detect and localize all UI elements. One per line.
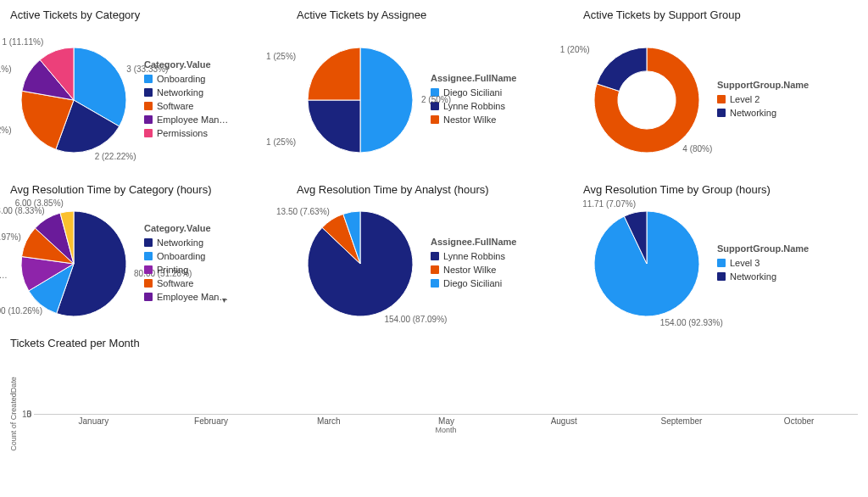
- pie-svg: [10, 36, 137, 164]
- legend-title: SupportGroup.Name: [717, 80, 809, 90]
- legend-label: Nestor Wilke: [443, 264, 496, 276]
- legend: Assignee.FullNameDiego SicilianiLynne Ro…: [431, 73, 516, 127]
- legend-swatch: [717, 272, 726, 281]
- legend: SupportGroup.NameLevel 2Networking: [717, 80, 809, 120]
- chart-body: 80.00 (51.28%)16.00 (10.26%)16.00 (10…14…: [10, 199, 285, 328]
- pie-svg: [297, 200, 424, 327]
- legend-item[interactable]: Diego Siciliani: [431, 277, 516, 289]
- legend-title: Assignee.FullName: [431, 237, 516, 247]
- pie-slice[interactable]: [360, 47, 413, 153]
- pie-slice[interactable]: [308, 100, 360, 153]
- pie-svg: [10, 200, 137, 327]
- legend-swatch: [144, 129, 153, 137]
- legend-label: Onboarding: [157, 250, 206, 262]
- legend-swatch: [431, 115, 439, 124]
- legend-swatch: [144, 102, 153, 110]
- legend-item[interactable]: Networking: [144, 87, 228, 98]
- legend-item[interactable]: Employee Man…: [144, 114, 228, 126]
- legend-swatch: [717, 95, 726, 103]
- legend-label: Networking: [157, 87, 203, 98]
- legend-label: Networking: [730, 271, 776, 282]
- y-axis-label: Count of CreatedDate: [9, 377, 18, 451]
- legend-item[interactable]: Networking: [717, 271, 809, 282]
- y-tick: 10: [22, 409, 35, 418]
- legend-item[interactable]: Networking: [717, 107, 809, 119]
- pie-wrap: 2 (50%)1 (25%)1 (25%): [297, 36, 424, 164]
- legend-item[interactable]: Software: [144, 100, 228, 112]
- legend-label: Networking: [730, 107, 776, 119]
- legend-swatch: [431, 102, 439, 110]
- legend-swatch: [144, 265, 153, 274]
- legend-title: Category.Value: [144, 223, 228, 233]
- legend-swatch: [144, 88, 153, 97]
- legend-label: Lynne Robbins: [443, 250, 505, 262]
- legend-label: Networking: [157, 237, 203, 248]
- slice-label: 16.00 (10…: [0, 271, 8, 280]
- legend-label: Software: [157, 100, 193, 112]
- legend-swatch: [431, 265, 439, 274]
- pie-res-analyst-tile: Avg Resolution Time by Analyst (hours)15…: [293, 181, 575, 330]
- legend-item[interactable]: Nestor Wilke: [431, 264, 516, 276]
- legend-swatch: [144, 293, 153, 301]
- chart-title: Active Tickets by Category: [10, 8, 285, 21]
- legend-swatch: [431, 88, 439, 97]
- legend-title: Assignee.FullName: [431, 73, 516, 83]
- legend-item[interactable]: Employee Man…: [144, 291, 228, 303]
- legend-label: Diego Siciliani: [443, 277, 502, 289]
- legend: Category.ValueNetworkingOnboardingPrinti…: [144, 223, 228, 304]
- chevron-down-icon[interactable]: ▾: [222, 295, 226, 304]
- pie-slice[interactable]: [597, 47, 647, 91]
- legend-item[interactable]: Printing: [144, 264, 228, 276]
- legend-label: Diego Siciliani: [443, 87, 502, 98]
- pie-svg: [583, 36, 710, 164]
- legend-title: SupportGroup.Name: [717, 243, 809, 254]
- legend-item[interactable]: Software: [144, 277, 228, 289]
- legend-label: Level 2: [730, 93, 760, 105]
- donut-group-tile: Active Tickets by Support Group4 (80%)1 …: [580, 7, 861, 176]
- chart-body: 4 (80%)1 (20%)SupportGroup.NameLevel 2Ne…: [583, 25, 858, 175]
- legend-item[interactable]: Diego Siciliani: [431, 87, 516, 98]
- pie-res-group-tile: Avg Resolution Time by Group (hours)154.…: [580, 181, 861, 330]
- chart-body: 0510JanuaryFebruaryMarchMayAugustSeptemb…: [10, 353, 858, 494]
- legend-item[interactable]: Networking: [144, 237, 228, 248]
- pie-slice[interactable]: [308, 47, 360, 100]
- legend: Category.ValueOnboardingNetworkingSoftwa…: [144, 59, 228, 141]
- legend-swatch: [144, 252, 153, 260]
- legend-label: Permissions: [157, 127, 208, 139]
- legend-swatch: [717, 259, 726, 267]
- legend-item[interactable]: Permissions: [144, 127, 228, 139]
- chart-title: Active Tickets by Assignee: [297, 8, 571, 21]
- legend-item[interactable]: Lynne Robbins: [431, 100, 516, 112]
- bar-plot: 0510JanuaryFebruaryMarchMayAugustSeptemb…: [34, 414, 858, 415]
- x-tick-label: January: [79, 416, 109, 426]
- legend-item[interactable]: Onboarding: [144, 73, 228, 85]
- legend-title: Category.Value: [144, 59, 228, 70]
- legend-swatch: [144, 75, 153, 83]
- legend-item[interactable]: Level 3: [717, 257, 809, 269]
- legend-label: Onboarding: [157, 73, 206, 85]
- pie-assignee-tile: Active Tickets by Assignee2 (50%)1 (25%)…: [293, 7, 575, 176]
- legend-swatch: [144, 279, 153, 288]
- legend-label: Employee Man…: [157, 291, 228, 303]
- chart-title: Avg Resolution Time by Group (hours): [583, 183, 858, 196]
- chart-body: 2 (50%)1 (25%)1 (25%)Assignee.FullNameDi…: [297, 25, 571, 175]
- x-tick-label: May: [438, 416, 454, 426]
- legend-item[interactable]: Onboarding: [144, 250, 228, 262]
- bar-month-tile: Tickets Created per Month0510JanuaryFebr…: [7, 335, 861, 496]
- chart-body: 3 (33.33%)2 (22.22%)2 (22.22%)1 (11.11%)…: [10, 25, 285, 175]
- chart-title: Active Tickets by Support Group: [583, 8, 858, 21]
- legend-item[interactable]: Lynne Robbins: [431, 250, 516, 262]
- legend-label: Level 3: [730, 257, 760, 269]
- x-axis-label: Month: [435, 426, 456, 434]
- legend-swatch: [431, 279, 439, 288]
- legend-swatch: [144, 238, 153, 247]
- pie-svg: [297, 36, 424, 164]
- legend-label: Printing: [157, 264, 188, 276]
- chart-title: Avg Resolution Time by Category (hours): [10, 183, 285, 196]
- pie-wrap: 4 (80%)1 (20%): [583, 36, 710, 164]
- legend-item[interactable]: Level 2: [717, 93, 809, 105]
- pie-wrap: 154.00 (92.93%)11.71 (7.07%): [583, 200, 710, 327]
- legend-item[interactable]: Nestor Wilke: [431, 114, 516, 126]
- x-tick-label: September: [660, 416, 702, 426]
- x-tick-label: March: [317, 416, 341, 426]
